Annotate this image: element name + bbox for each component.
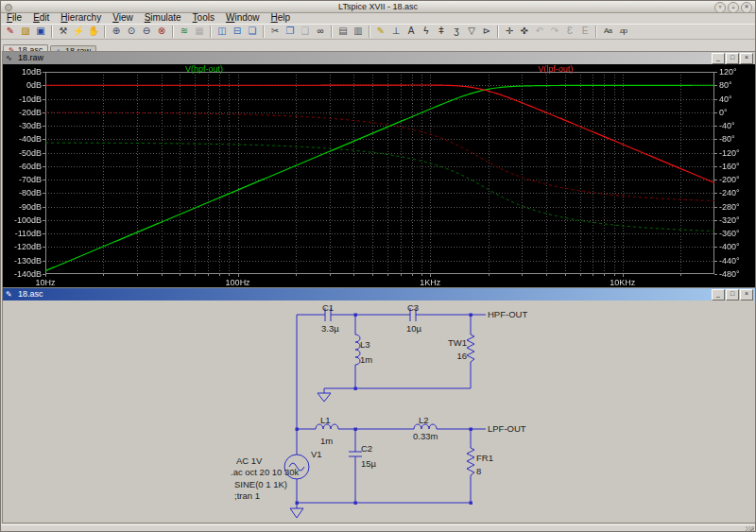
label-C1-value[interactable]: 3.3µ (321, 323, 339, 334)
diode-icon[interactable]: ▽ (465, 25, 479, 39)
label-L2-value[interactable]: 0.33m (413, 431, 438, 441)
waveform-window-titlebar[interactable]: ∿ 18.raw _□× (3, 52, 755, 64)
trace-label-lpf-out[interactable]: V(lpf-out) (513, 65, 598, 73)
new-schematic-icon[interactable]: ✎ (4, 25, 18, 39)
capacitor-icon[interactable]: ǂ (435, 25, 449, 39)
undo-icon[interactable]: ↶ (533, 25, 547, 39)
component-L2[interactable] (355, 424, 471, 429)
label-FR1-name[interactable]: FR1 (476, 453, 493, 463)
annotation-sine[interactable]: SINE(0 1 1K) (234, 479, 287, 489)
schematic-window-titlebar[interactable]: ✎ 18.asc _□× (3, 288, 755, 300)
label-L1-name[interactable]: L1 (320, 415, 331, 425)
schematic-maximize-button[interactable]: □ (726, 289, 739, 300)
net-label-icon[interactable]: A (404, 25, 419, 39)
component-L3[interactable] (355, 315, 360, 388)
run-icon[interactable]: ⚡ (72, 25, 86, 39)
component-V1[interactable] (284, 455, 309, 503)
print-setup-icon[interactable]: ▥ (352, 25, 366, 39)
text-icon[interactable]: Aa (601, 25, 615, 39)
print-icon[interactable]: ▤ (336, 25, 351, 39)
toolbar-separator (263, 26, 265, 38)
menu-tools[interactable]: Tools (187, 12, 220, 24)
plot-settings-icon[interactable]: ▦ (193, 25, 207, 39)
trace-label-hpf-out[interactable]: V(hpf-out) (162, 65, 247, 73)
zoom-back-icon[interactable]: ⊙ (125, 25, 139, 39)
zoom-full-extents-icon[interactable]: ⊗ (155, 25, 169, 39)
status-bar (1, 524, 755, 532)
schematic-canvas[interactable]: C1 3.3µ C3 10µ L3 1m TW1 16 HPF-OUT L1 1… (3, 300, 755, 523)
drag-icon[interactable]: ✜ (518, 25, 532, 39)
waveform-close-button[interactable]: × (740, 53, 753, 64)
window-title: LTspice XVII - 18.asc (338, 2, 418, 11)
net-label-hpf-out[interactable]: HPF-OUT (488, 309, 527, 319)
app-icon (5, 4, 12, 11)
annotation-tran[interactable]: ;tran 1 (234, 490, 260, 501)
menu-help[interactable]: Help (266, 12, 297, 24)
label-C2-name[interactable]: C2 (361, 443, 372, 454)
menu-file[interactable]: File (1, 12, 27, 24)
menu-edit[interactable]: Edit (27, 12, 55, 24)
cut-icon[interactable]: ✂ (268, 25, 283, 39)
label-C3-name[interactable]: C3 (407, 302, 419, 313)
waveform-maximize-button[interactable]: □ (726, 53, 739, 64)
find-icon[interactable]: ∞ (314, 25, 328, 39)
menu-window[interactable]: Window (220, 12, 266, 24)
edit-text-right-icon[interactable]: E (578, 25, 593, 39)
net-label-lpf-out[interactable]: LPF-OUT (488, 423, 526, 434)
halt-icon[interactable]: ✋ (87, 25, 101, 39)
redo-icon[interactable]: ↷ (548, 25, 562, 39)
paste-icon[interactable]: ❑ (299, 25, 313, 39)
zoom-in-icon[interactable]: ⊕ (110, 25, 124, 39)
component-FR1[interactable] (467, 429, 474, 503)
copy-icon[interactable]: ❐ (284, 25, 298, 39)
zoom-out-icon[interactable]: ⊖ (140, 25, 154, 39)
wire-icon[interactable]: ✎ (374, 25, 388, 39)
control-panel-icon[interactable]: ⚒ (57, 25, 71, 39)
waveform-window-icon: ∿ (6, 52, 12, 64)
label-TW1-value[interactable]: 16 (456, 351, 467, 361)
label-C2-value[interactable]: 15µ (361, 458, 377, 469)
ground-symbol-bottom[interactable] (290, 508, 303, 518)
save-icon[interactable]: ▣ (34, 25, 48, 39)
label-TW1-name[interactable]: TW1 (448, 337, 467, 348)
waveform-minimize-button[interactable]: _ (712, 53, 725, 64)
wire-top-gnd[interactable] (324, 388, 471, 393)
label-FR1-value[interactable]: 8 (476, 466, 481, 476)
ground-symbol-top[interactable] (318, 393, 331, 402)
spice-directive-icon[interactable]: .op (616, 25, 630, 39)
label-C3-value[interactable]: 10µ (406, 323, 422, 334)
label-L2-name[interactable]: L2 (419, 415, 429, 425)
label-C1-name[interactable]: C1 (322, 302, 334, 313)
resistor-icon[interactable]: ϟ (420, 25, 434, 39)
cascade-windows-icon[interactable]: ❏ (246, 25, 260, 39)
annotation-directive[interactable]: .ac oct 20 10 30k (231, 467, 300, 477)
edit-text-left-icon[interactable]: Ɛ (563, 25, 577, 39)
menu-hierarchy[interactable]: Hierarchy (55, 12, 107, 24)
label-L3-value[interactable]: 1m (360, 354, 372, 365)
tile-vertical-icon[interactable]: ⊟ (231, 25, 245, 39)
label-L3-name[interactable]: L3 (360, 339, 370, 350)
ltspice-window: LTspice XVII - 18.asc ▿▵✕ FileEditHierar… (0, 0, 756, 532)
schematic-close-button[interactable]: × (740, 289, 753, 300)
component-TW1[interactable] (467, 315, 474, 388)
open-icon[interactable]: ▨ (19, 25, 33, 39)
menu-view[interactable]: View (107, 12, 139, 24)
schematic-window-title: 18.asc (18, 289, 43, 299)
resize-grip[interactable] (746, 526, 754, 532)
junction-dots (296, 314, 472, 505)
schematic-window-icon: ✎ (6, 288, 12, 300)
menu-simulate[interactable]: Simulate (139, 12, 187, 24)
waveform-plot[interactable] (3, 64, 755, 287)
label-V1-name[interactable]: V1 (311, 449, 322, 459)
annotation-ac[interactable]: AC 1V (236, 455, 263, 466)
tile-horizontal-icon[interactable]: ◫ (215, 25, 230, 39)
inductor-icon[interactable]: ʒ (450, 25, 464, 39)
ground-icon[interactable]: ⊥ (389, 25, 404, 39)
tab-bar: ✎18.asc∿18.raw (1, 40, 755, 51)
component-C2[interactable] (349, 429, 362, 503)
label-L1-value[interactable]: 1m (320, 436, 333, 446)
schematic-minimize-button[interactable]: _ (712, 289, 725, 300)
autorange-plot-icon[interactable]: ≋ (178, 25, 192, 39)
move-icon[interactable]: ✛ (503, 25, 517, 39)
component-icon[interactable]: ⊳ (480, 25, 494, 39)
